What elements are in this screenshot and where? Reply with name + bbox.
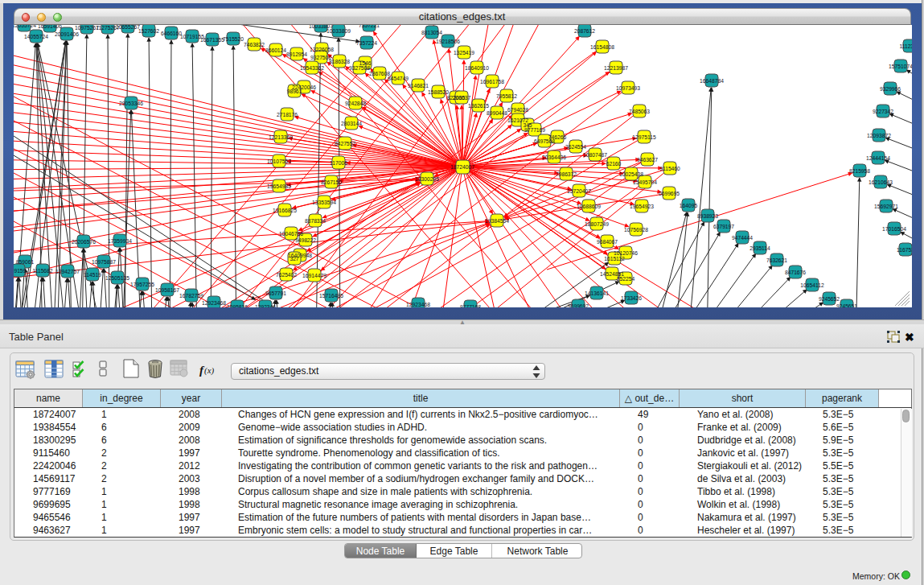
- svg-text:1115682: 1115682: [32, 268, 52, 274]
- svg-text:2803144: 2803144: [341, 121, 362, 126]
- svg-text:19218506: 19218506: [436, 39, 460, 44]
- svg-text:13353594: 13353594: [312, 200, 336, 205]
- svg-text:10807487: 10807487: [583, 152, 607, 158]
- svg-text:12055724: 12055724: [14, 25, 36, 28]
- svg-text:19654985: 19654985: [267, 183, 291, 189]
- svg-text:327: 327: [290, 256, 298, 262]
- svg-text:7485063: 7485063: [629, 109, 650, 114]
- svg-text:19384554: 19384554: [485, 218, 509, 224]
- svg-text:7625402: 7625402: [276, 272, 297, 278]
- svg-text:17016504: 17016504: [882, 226, 906, 232]
- svg-text:1325419: 1325419: [454, 50, 474, 56]
- svg-text:16154808: 16154808: [590, 44, 614, 50]
- svg-text:9327508: 9327508: [349, 65, 370, 71]
- svg-text:746266: 746266: [548, 134, 567, 140]
- svg-text:9115460: 9115460: [659, 166, 680, 171]
- svg-text:98961: 98961: [287, 89, 302, 94]
- svg-text:8454749: 8454749: [388, 76, 409, 81]
- svg-text:9657791: 9657791: [265, 290, 286, 296]
- svg-text:1292346: 1292346: [255, 304, 276, 308]
- svg-text:12213369: 12213369: [269, 134, 293, 140]
- svg-text:2718176: 2718176: [277, 112, 298, 117]
- svg-text:12444154: 12444154: [866, 155, 890, 161]
- svg-text:9777168: 9777168: [460, 304, 481, 308]
- svg-text:2935114: 2935114: [749, 245, 770, 251]
- svg-text:8267150: 8267150: [321, 179, 342, 185]
- svg-text:16648784: 16648784: [700, 78, 724, 84]
- svg-text:9777169: 9777169: [524, 127, 545, 133]
- svg-text:8471676: 8471676: [785, 270, 806, 275]
- svg-text:7986372: 7986372: [556, 171, 577, 177]
- svg-text:16914479: 16914479: [302, 273, 326, 278]
- svg-text:17957255: 17957255: [130, 282, 154, 287]
- svg-text:12505135: 12505135: [105, 275, 129, 281]
- svg-text:0699695: 0699695: [659, 191, 680, 196]
- svg-text:18640910: 18640910: [465, 65, 489, 71]
- svg-text:6794028: 6794028: [507, 107, 528, 113]
- svg-text:8878334: 8878334: [305, 218, 326, 224]
- svg-text:1112345: 1112345: [899, 43, 912, 49]
- svg-text:2087612: 2087612: [574, 28, 595, 34]
- svg-text:7357221: 7357221: [359, 25, 380, 28]
- svg-text:6466160: 6466160: [161, 31, 182, 36]
- svg-text:19654923: 19654923: [630, 204, 654, 209]
- svg-text:10688609: 10688609: [577, 204, 601, 209]
- svg-text:(x): (x): [204, 365, 215, 376]
- svg-text:1733426: 1733426: [621, 295, 642, 301]
- svg-text:13226058: 13226058: [310, 47, 334, 52]
- svg-text:252254: 252254: [617, 276, 635, 282]
- svg-text:12942757: 12942757: [55, 269, 80, 274]
- svg-text:1095816: 1095816: [227, 304, 248, 308]
- svg-text:16591406: 16591406: [38, 25, 62, 29]
- svg-text:16671355: 16671355: [200, 37, 224, 43]
- svg-text:1615112: 1615112: [604, 256, 625, 262]
- svg-text:18724007: 18724007: [450, 164, 474, 170]
- svg-text:18300295: 18300295: [415, 176, 439, 182]
- svg-text:8990448: 8990448: [487, 110, 507, 116]
- svg-text:9463627: 9463627: [637, 157, 658, 163]
- svg-text:14055724: 14055724: [24, 34, 48, 39]
- svg-text:8912954: 8912954: [286, 51, 307, 57]
- svg-text:7515520: 7515520: [223, 36, 244, 42]
- svg-text:20364436: 20364436: [542, 154, 566, 160]
- svg-text:10120746: 10120746: [614, 250, 638, 256]
- svg-text:15720407: 15720407: [567, 188, 591, 194]
- svg-text:1588520: 1588520: [428, 89, 449, 95]
- svg-text:117006: 117006: [330, 160, 347, 166]
- svg-text:20206576: 20206576: [72, 239, 96, 245]
- svg-text:12923468: 12923468: [406, 302, 430, 307]
- svg-text:10654112: 10654112: [800, 282, 824, 288]
- svg-text:9242848: 9242848: [345, 101, 366, 106]
- svg-text:12213987: 12213987: [604, 65, 628, 71]
- svg-text:15716485: 15716485: [319, 293, 343, 299]
- svg-text:3624554: 3624554: [565, 144, 586, 150]
- svg-text:859061: 859061: [16, 259, 35, 265]
- svg-text:9245652: 9245652: [819, 296, 840, 302]
- svg-text:15692971: 15692971: [874, 204, 898, 209]
- svg-text:9146821: 9146821: [408, 83, 429, 89]
- svg-text:10756928: 10756928: [624, 227, 648, 233]
- svg-text:18807249: 18807249: [585, 221, 609, 227]
- svg-text:10975887: 10975887: [92, 259, 116, 265]
- svg-text:19166825: 19166825: [273, 208, 297, 213]
- svg-text:7955812: 7955812: [496, 93, 517, 99]
- svg-text:1527602: 1527602: [138, 28, 159, 34]
- svg-text:14136141: 14136141: [585, 290, 609, 296]
- svg-text:16210643: 16210643: [869, 179, 893, 185]
- svg-text:17359934: 17359934: [108, 238, 132, 244]
- svg-text:7463822: 7463822: [244, 42, 265, 47]
- svg-text:9329966: 9329966: [880, 86, 901, 92]
- svg-text:10543362: 10543362: [300, 65, 324, 71]
- svg-text:7632621: 7632621: [766, 257, 787, 263]
- svg-text:8660124: 8660124: [265, 47, 286, 53]
- svg-text:10046786: 10046786: [279, 231, 303, 237]
- svg-text:39159: 39159: [14, 268, 27, 274]
- svg-text:10973493: 10973493: [616, 85, 640, 91]
- svg-text:8215958: 8215958: [849, 168, 870, 174]
- svg-text:9245651: 9245651: [836, 303, 857, 308]
- svg-text:20091406: 20091406: [55, 31, 79, 37]
- svg-text:10025438: 10025438: [619, 171, 643, 177]
- svg-text:15751074: 15751074: [889, 64, 912, 69]
- svg-text:7357224: 7357224: [356, 40, 377, 46]
- svg-text:8427552: 8427552: [335, 141, 355, 146]
